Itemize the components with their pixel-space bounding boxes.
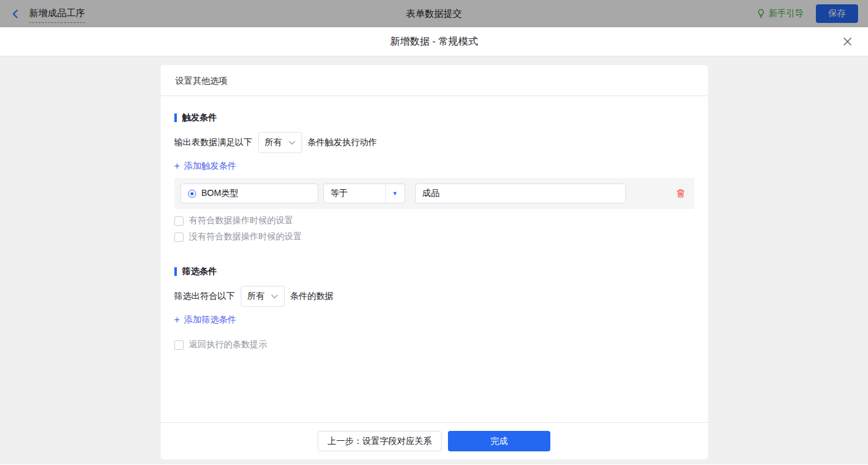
plus-icon: + — [174, 316, 180, 324]
trigger-condition-row: BOM类型 等于 ▼ — [174, 178, 694, 209]
prev-step-button[interactable]: 上一步：设置字段对应关系 — [318, 431, 442, 451]
condition-field-label: BOM类型 — [202, 188, 239, 199]
dropdown-triangle-icon: ▼ — [385, 184, 405, 203]
checkbox-icon[interactable] — [174, 216, 184, 226]
topbar-left-group: 新增成品工序 — [10, 4, 85, 23]
save-button[interactable]: 保存 — [816, 4, 858, 23]
option-return-count-tip[interactable]: 返回执行的条数提示 — [174, 339, 694, 350]
checkbox-icon[interactable] — [174, 232, 184, 242]
filter-section: 筛选条件 筛选出符合以下 所有 条件的数据 + 添加筛选条件 返回执行 — [174, 266, 694, 350]
node-title: 表单数据提交 — [406, 8, 462, 20]
beginner-guide-link[interactable]: 新手引导 — [756, 8, 803, 19]
finish-button[interactable]: 完成 — [448, 431, 550, 451]
chevron-down-icon — [271, 294, 278, 299]
delete-condition-icon[interactable] — [676, 188, 686, 198]
trigger-match-sentence: 输出表数据满足以下 所有 条件触发执行动作 — [174, 132, 694, 153]
topbar-right-group: 新手引导 保存 — [756, 4, 858, 23]
modal-body: 设置其他选项 触发条件 输出表数据满足以下 所有 条件触发执行动作 — [0, 56, 868, 464]
chevron-down-icon — [289, 141, 295, 145]
workflow-name-title[interactable]: 新增成品工序 — [29, 7, 85, 23]
radio-field-type-icon — [188, 190, 196, 198]
filter-match-select[interactable]: 所有 — [241, 286, 285, 307]
filter-sentence-prefix: 筛选出符合以下 — [174, 291, 235, 302]
condition-operator-select[interactable]: 等于 ▼ — [323, 184, 405, 203]
filter-section-title: 筛选条件 — [174, 266, 694, 277]
option-no-matching-data[interactable]: 没有符合数据操作时候的设置 — [174, 231, 694, 242]
checkbox-icon[interactable] — [174, 340, 184, 350]
trigger-match-select[interactable]: 所有 — [258, 132, 302, 153]
plus-icon: + — [174, 162, 180, 170]
trigger-sentence-suffix: 条件触发执行动作 — [308, 137, 377, 148]
back-chevron-icon[interactable] — [10, 9, 20, 19]
trigger-sentence-prefix: 输出表数据满足以下 — [174, 137, 253, 148]
lightbulb-icon — [756, 9, 766, 19]
top-navigation-bar: 新增成品工序 表单数据提交 新手引导 保存 — [0, 0, 868, 27]
add-trigger-condition-link[interactable]: + 添加触发条件 — [174, 161, 236, 172]
modal-header: 新增数据 - 常规模式 — [0, 27, 868, 56]
card-header: 设置其他选项 — [161, 65, 708, 96]
beginner-guide-label: 新手引导 — [769, 8, 803, 19]
trigger-section-title: 触发条件 — [174, 112, 694, 123]
trigger-section: 触发条件 输出表数据满足以下 所有 条件触发执行动作 + 添加触发条件 — [174, 112, 694, 242]
options-card: 设置其他选项 触发条件 输出表数据满足以下 所有 条件触发执行动作 — [161, 65, 708, 459]
option-has-matching-data[interactable]: 有符合数据操作时候的设置 — [174, 215, 694, 226]
card-footer: 上一步：设置字段对应关系 完成 — [161, 422, 708, 459]
section-accent-bar — [174, 267, 177, 276]
modal-title: 新增数据 - 常规模式 — [390, 35, 478, 48]
filter-match-sentence: 筛选出符合以下 所有 条件的数据 — [174, 286, 694, 307]
condition-field-select[interactable]: BOM类型 — [181, 184, 318, 203]
close-icon[interactable] — [843, 37, 852, 46]
condition-value-input[interactable] — [415, 184, 626, 203]
section-accent-bar — [174, 113, 177, 122]
card-content: 触发条件 输出表数据满足以下 所有 条件触发执行动作 + 添加触发条件 — [161, 96, 708, 422]
filter-sentence-suffix: 条件的数据 — [290, 291, 334, 302]
add-filter-condition-link[interactable]: + 添加筛选条件 — [174, 314, 236, 326]
